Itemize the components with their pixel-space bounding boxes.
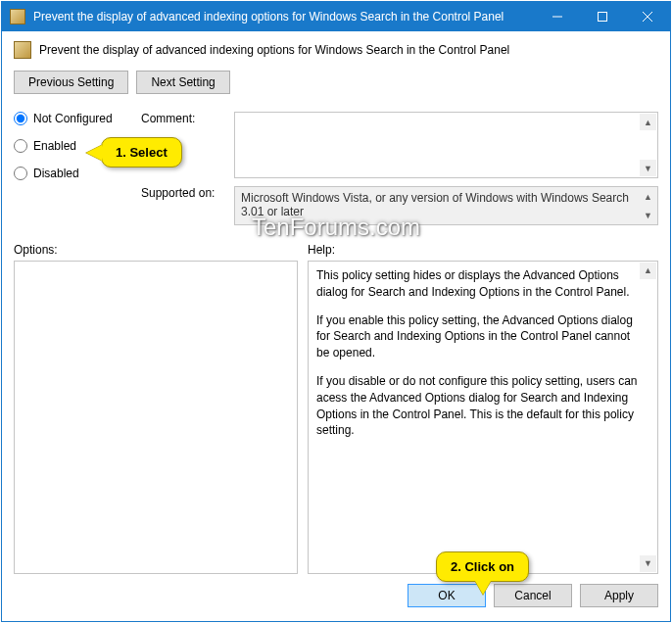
minimize-button[interactable] xyxy=(535,2,580,31)
scroll-down-icon[interactable]: ▼ xyxy=(640,555,656,572)
radio-disabled-label: Disabled xyxy=(33,167,79,180)
help-label: Help: xyxy=(308,243,658,257)
radio-disabled-input[interactable] xyxy=(14,167,27,180)
close-button[interactable] xyxy=(625,2,670,31)
options-panel xyxy=(14,261,298,574)
svg-rect-1 xyxy=(599,13,607,22)
titlebar: Prevent the display of advanced indexing… xyxy=(2,2,670,31)
window-title: Prevent the display of advanced indexing… xyxy=(33,10,535,24)
cancel-button[interactable]: Cancel xyxy=(494,584,572,607)
radio-disabled[interactable]: Disabled xyxy=(14,167,129,180)
annotation-click: 2. Click on xyxy=(436,551,529,582)
comment-textbox[interactable]: ▲ ▼ xyxy=(234,112,658,178)
help-text-3: If you disable or do not configure this … xyxy=(316,373,638,439)
comment-label: Comment: xyxy=(141,112,234,125)
app-icon xyxy=(10,9,25,24)
scroll-up-icon[interactable]: ▲ xyxy=(640,114,656,130)
help-text-2: If you enable this policy setting, the A… xyxy=(316,312,638,361)
supported-label: Supported on: xyxy=(141,186,234,200)
scroll-down-icon[interactable]: ▼ xyxy=(640,207,656,223)
help-text-1: This policy setting hides or displays th… xyxy=(316,267,638,301)
supported-textbox: Microsoft Windows Vista, or any version … xyxy=(234,186,658,225)
annotation-select: 1. Select xyxy=(101,137,182,168)
next-setting-button[interactable]: Next Setting xyxy=(136,71,229,94)
previous-setting-button[interactable]: Previous Setting xyxy=(14,71,128,94)
radio-enabled-label: Enabled xyxy=(33,139,76,153)
apply-button[interactable]: Apply xyxy=(580,584,658,607)
scroll-down-icon[interactable]: ▼ xyxy=(640,160,656,176)
radio-enabled-input[interactable] xyxy=(14,139,27,153)
maximize-button[interactable] xyxy=(580,2,625,31)
radio-not-configured-input[interactable] xyxy=(14,112,27,125)
policy-title: Prevent the display of advanced indexing… xyxy=(39,43,509,57)
policy-icon xyxy=(14,41,31,59)
scroll-up-icon[interactable]: ▲ xyxy=(640,188,656,205)
radio-not-configured[interactable]: Not Configured xyxy=(14,112,129,125)
help-panel: This policy setting hides or displays th… xyxy=(308,261,658,574)
scroll-up-icon[interactable]: ▲ xyxy=(640,263,656,279)
radio-not-configured-label: Not Configured xyxy=(33,112,113,125)
supported-value: Microsoft Windows Vista, or any version … xyxy=(241,191,629,218)
policy-editor-window: Prevent the display of advanced indexing… xyxy=(1,1,671,622)
options-label: Options: xyxy=(14,243,298,257)
